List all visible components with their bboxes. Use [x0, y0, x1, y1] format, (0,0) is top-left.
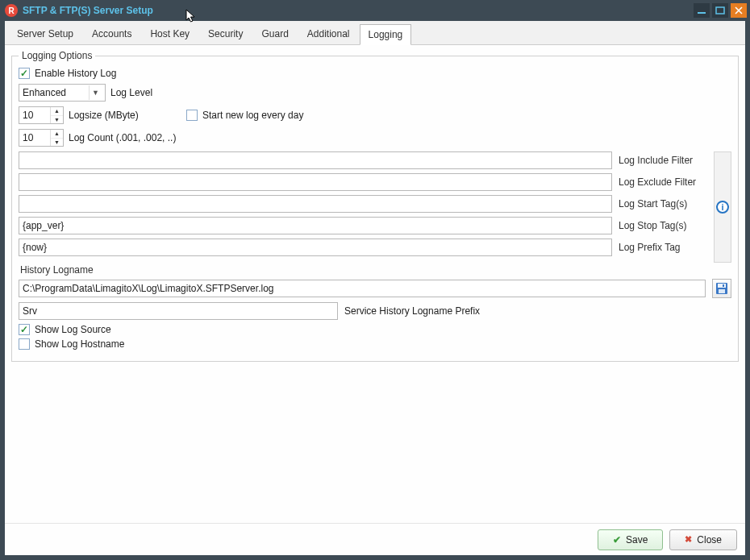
tab-body-logging: Logging Options Enable History Log Enhan…	[5, 45, 745, 523]
log-start-tags-label: Log Start Tag(s)	[619, 198, 707, 209]
history-logname-input[interactable]	[19, 280, 706, 297]
svg-rect-1	[716, 7, 724, 14]
svg-rect-3	[718, 284, 726, 288]
bottom-bar: Save Close	[5, 523, 745, 555]
tab-logging[interactable]: Logging	[360, 24, 412, 45]
close-button[interactable]: Close	[669, 529, 737, 550]
service-history-prefix-label: Service History Logname Prefix	[344, 305, 480, 317]
service-history-prefix-input[interactable]	[19, 302, 338, 320]
log-level-value: Enhanced	[23, 87, 66, 98]
content-frame: Server Setup Accounts Host Key Security …	[5, 21, 745, 555]
logsize-spinner[interactable]: 10 ▲ ▼	[19, 106, 64, 124]
save-button-label: Save	[626, 534, 648, 545]
window-title: SFTP & FTP(S) Server Setup	[23, 5, 153, 16]
show-log-source-label: Show Log Source	[35, 324, 111, 335]
logging-options-group: Logging Options Enable History Log Enhan…	[11, 50, 739, 362]
logsize-up-button[interactable]: ▲	[51, 107, 63, 116]
tab-server-setup[interactable]: Server Setup	[8, 23, 82, 44]
log-include-filter-label: Log Include Filter	[619, 155, 707, 166]
log-start-tags-input[interactable]	[19, 195, 612, 213]
svg-rect-4	[719, 289, 725, 293]
log-stop-tags-label: Log Stop Tag(s)	[619, 220, 707, 231]
floppy-disk-icon	[715, 282, 728, 295]
show-log-source-checkbox[interactable]	[19, 324, 30, 335]
start-new-log-label: Start new log every day	[202, 110, 303, 121]
titlebar: R SFTP & FTP(S) Server Setup	[0, 0, 750, 21]
log-level-label: Log Level	[110, 87, 152, 98]
log-count-down-button[interactable]: ▼	[51, 139, 63, 147]
tab-accounts[interactable]: Accounts	[83, 23, 140, 44]
log-count-up-button[interactable]: ▲	[51, 130, 63, 139]
logsize-down-button[interactable]: ▼	[51, 116, 63, 124]
close-icon	[685, 534, 692, 545]
svg-rect-5	[723, 284, 724, 287]
logsize-label: Logsize (MByte)	[69, 110, 181, 121]
log-level-combo[interactable]: Enhanced ▼	[19, 84, 106, 102]
tab-host-key[interactable]: Host Key	[141, 23, 198, 44]
start-new-log-checkbox[interactable]	[186, 110, 198, 121]
log-include-filter-input[interactable]	[19, 151, 612, 169]
info-icon[interactable]: i	[716, 201, 729, 214]
history-logname-header: History Logname	[20, 264, 731, 276]
enable-history-log-label: Enable History Log	[35, 68, 116, 79]
group-legend: Logging Options	[19, 50, 95, 61]
app-window: R SFTP & FTP(S) Server Setup Server Setu…	[0, 0, 750, 560]
enable-history-log-checkbox[interactable]	[19, 68, 30, 79]
log-exclude-filter-input[interactable]	[19, 173, 612, 191]
show-log-hostname-label: Show Log Hostname	[35, 338, 124, 350]
chevron-down-icon: ▼	[89, 85, 102, 100]
log-count-spinner[interactable]: 10 ▲ ▼	[19, 129, 64, 147]
tab-guard[interactable]: Guard	[252, 23, 297, 44]
logsize-value: 10	[23, 110, 33, 121]
tags-info-panel: i	[714, 151, 731, 263]
tab-security[interactable]: Security	[199, 23, 252, 44]
minimize-button[interactable]	[694, 3, 710, 18]
log-count-value: 10	[23, 132, 33, 143]
maximize-button[interactable]	[712, 3, 728, 18]
log-prefix-tag-input[interactable]	[19, 239, 612, 256]
save-logpath-button[interactable]	[712, 279, 731, 298]
close-window-button[interactable]	[731, 3, 747, 18]
tab-additional[interactable]: Additional	[298, 23, 359, 44]
svg-rect-0	[698, 12, 706, 14]
log-count-label: Log Count (.001, .002, ..)	[69, 132, 176, 143]
check-icon	[613, 534, 621, 545]
close-button-label: Close	[697, 534, 722, 545]
log-exclude-filter-label: Log Exclude Filter	[619, 176, 707, 188]
tabstrip: Server Setup Accounts Host Key Security …	[5, 21, 745, 45]
log-stop-tags-input[interactable]	[19, 217, 612, 234]
show-log-hostname-checkbox[interactable]	[19, 338, 30, 350]
log-prefix-tag-label: Log Prefix Tag	[619, 242, 707, 253]
save-button[interactable]: Save	[598, 529, 663, 550]
app-icon: R	[5, 4, 18, 17]
